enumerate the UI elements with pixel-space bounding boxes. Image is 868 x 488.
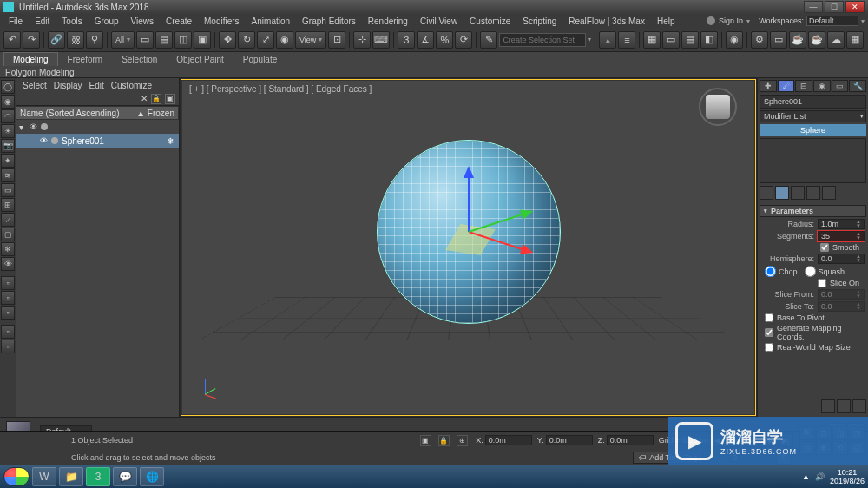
ribbon-panel-label[interactable]: Polygon Modeling: [0, 66, 868, 78]
z-coord[interactable]: 0.0m: [607, 435, 654, 445]
se-lock-icon[interactable]: 🔒: [151, 94, 161, 104]
menu-create[interactable]: Create: [161, 16, 197, 26]
geometry-filter-icon[interactable]: ◉: [1, 95, 15, 109]
maximize-button[interactable]: ☐: [825, 1, 844, 13]
placement-button[interactable]: ◉: [276, 31, 293, 49]
smooth-checkbox[interactable]: [820, 243, 829, 252]
named-sel-set-edit-button[interactable]: ✎: [480, 31, 497, 49]
segments-spinner[interactable]: 35▲▼: [818, 231, 865, 241]
tray-icon[interactable]: ▲: [802, 472, 810, 481]
panel-nav-icon[interactable]: [821, 399, 835, 413]
se-pin-icon[interactable]: ▣: [165, 94, 175, 104]
viewport-perspective[interactable]: [ + ] [ Perspective ] [ Standard ] [ Edg…: [181, 80, 755, 415]
task-item[interactable]: W: [32, 467, 56, 486]
redo-button[interactable]: ↷: [23, 31, 40, 49]
cmd-tab-hierarchy[interactable]: ⊟: [795, 80, 812, 92]
cmd-tab-motion[interactable]: ◉: [813, 80, 831, 92]
hemisphere-spinner[interactable]: 0.0▲▼: [818, 254, 865, 264]
se-toolbar-icon[interactable]: ▫: [1, 325, 15, 339]
lights-filter-icon[interactable]: ☀: [1, 124, 15, 138]
rendered-frame-button[interactable]: ▭: [770, 31, 787, 49]
se-toolbar-icon[interactable]: ▫: [1, 306, 15, 320]
menu-customize[interactable]: Customize: [464, 16, 516, 26]
select-object-button[interactable]: ▭: [136, 31, 154, 49]
undo-button[interactable]: ↶: [3, 31, 21, 49]
menu-edit[interactable]: Edit: [30, 16, 55, 26]
real-world-checkbox[interactable]: [765, 343, 773, 352]
align-button[interactable]: ≡: [618, 31, 635, 49]
move-button[interactable]: ✥: [219, 31, 236, 49]
menu-file[interactable]: File: [3, 16, 28, 26]
cmd-tab-display[interactable]: ▭: [832, 80, 849, 92]
se-close-tab[interactable]: ✕: [141, 94, 148, 103]
link-button[interactable]: 🔗: [48, 31, 65, 49]
menu-rendering[interactable]: Rendering: [363, 16, 413, 26]
radius-spinner[interactable]: 1.0m▲▼: [818, 219, 865, 229]
se-column-header[interactable]: Name (Sorted Ascending) ▲ Frozen: [16, 106, 179, 120]
object-name-field[interactable]: Sphere001: [760, 95, 866, 109]
cmd-tab-utilities[interactable]: 🔧: [849, 80, 866, 92]
viewcube[interactable]: [699, 88, 737, 126]
ribbon-tab-modeling[interactable]: Modeling: [3, 52, 58, 66]
menu-group[interactable]: Group: [89, 16, 124, 26]
cmd-tab-create[interactable]: ✚: [760, 80, 777, 92]
containers-filter-icon[interactable]: ▢: [1, 228, 15, 241]
ribbon-tab-populate[interactable]: Populate: [233, 52, 286, 66]
layer-explorer-button[interactable]: ▦: [643, 31, 661, 49]
se-menu-edit[interactable]: Edit: [89, 81, 104, 90]
unlink-button[interactable]: ⛓: [67, 31, 84, 49]
menu-modifiers[interactable]: Modifiers: [199, 16, 245, 26]
coord-toggle-icon[interactable]: ⊕: [457, 435, 468, 446]
spacewarps-filter-icon[interactable]: ≋: [1, 168, 15, 182]
modifier-stack-item[interactable]: Sphere: [760, 124, 866, 136]
render-button[interactable]: ☕: [789, 31, 806, 49]
clock[interactable]: 10:21 2019/8/26: [830, 468, 865, 485]
menu-graph-editors[interactable]: Graph Editors: [297, 16, 361, 26]
modifier-list-dropdown[interactable]: Modifier List▾: [760, 110, 866, 122]
menu-realflow[interactable]: RealFlow | 3ds Max: [563, 16, 650, 26]
minimize-button[interactable]: —: [804, 1, 823, 13]
x-coord[interactable]: 0.0m: [485, 435, 532, 445]
modifier-stack[interactable]: [760, 138, 866, 183]
task-item[interactable]: 📁: [59, 467, 83, 486]
use-pivot-center-button[interactable]: ⊡: [328, 31, 345, 49]
parameters-rollout-header[interactable]: Parameters: [760, 205, 866, 217]
menu-civil-view[interactable]: Civil View: [415, 16, 463, 26]
remove-modifier-button[interactable]: [806, 186, 820, 200]
sphere-object[interactable]: [378, 141, 560, 323]
schematic-view-button[interactable]: ◧: [700, 31, 718, 49]
select-by-name-button[interactable]: ▤: [155, 31, 173, 49]
ref-coord-system[interactable]: View▾: [295, 31, 326, 49]
menu-tools[interactable]: Tools: [56, 16, 87, 26]
menu-help[interactable]: Help: [652, 16, 681, 26]
start-button[interactable]: [3, 467, 30, 486]
show-end-result-button[interactable]: [775, 186, 789, 200]
angle-snap-button[interactable]: ∡: [417, 31, 434, 49]
snap-toggle-button[interactable]: 3: [398, 31, 415, 49]
window-crossing-button[interactable]: ▣: [194, 31, 211, 49]
se-menu-customize[interactable]: Customize: [111, 81, 152, 90]
gizmo-x-axis[interactable]: [468, 231, 528, 252]
panel-nav-icon[interactable]: [852, 399, 866, 413]
gizmo-y-axis[interactable]: [468, 212, 528, 233]
select-region-button[interactable]: ◫: [174, 31, 192, 49]
squash-radio[interactable]: Squash: [805, 266, 845, 277]
curve-editor-button[interactable]: ▤: [681, 31, 699, 49]
scale-button[interactable]: ⤢: [257, 31, 274, 49]
y-coord[interactable]: 0.0m: [546, 435, 593, 445]
keyboard-shortcut-button[interactable]: ⌨: [372, 31, 390, 49]
eye-icon[interactable]: 👁: [30, 122, 37, 131]
make-unique-button[interactable]: [791, 186, 805, 200]
render-in-cloud-button[interactable]: ☁: [827, 31, 845, 49]
bone-filter-icon[interactable]: ⟋: [1, 213, 15, 227]
ribbon-tab-object-paint[interactable]: Object Paint: [167, 52, 233, 66]
percent-snap-button[interactable]: %: [436, 31, 453, 49]
slice-on-checkbox[interactable]: [818, 279, 826, 287]
workspace-select[interactable]: [806, 16, 858, 26]
task-item[interactable]: 3: [86, 467, 110, 486]
chevron-down-icon[interactable]: ▾: [588, 36, 591, 43]
gizmo-xy-plane[interactable]: [445, 224, 496, 255]
ribbon-tab-selection[interactable]: Selection: [112, 52, 167, 66]
cmd-tab-modify[interactable]: ☄: [778, 80, 795, 92]
viewport-label[interactable]: [ + ] [ Perspective ] [ Standard ] [ Edg…: [189, 84, 372, 94]
